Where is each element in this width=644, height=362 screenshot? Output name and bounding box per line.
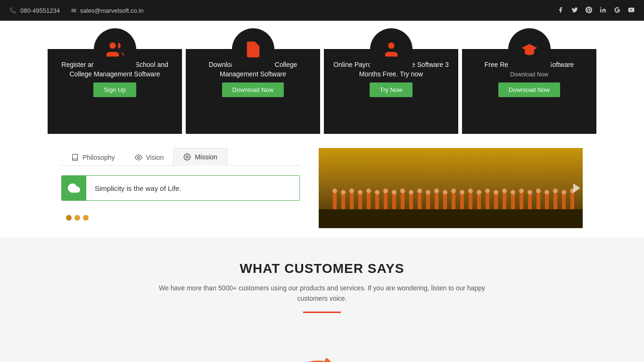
svg-rect-23 [443, 194, 447, 209]
topbar: 080-49551234 sales@marvelsoft.co.in [0, 0, 644, 21]
tab-vision-label: Vision [146, 154, 164, 161]
svg-rect-38 [570, 193, 574, 209]
card-jewellery-icon-bubble [508, 28, 551, 71]
svg-rect-28 [486, 193, 489, 209]
topbar-left: 080-49551234 sales@marvelsoft.co.in [9, 7, 143, 14]
svg-rect-19 [409, 194, 413, 209]
card-payroll: Online Payroll & attendance Software 3 M… [324, 49, 458, 134]
svg-point-55 [468, 189, 473, 193]
svg-point-66 [561, 190, 566, 195]
svg-point-50 [426, 190, 430, 195]
svg-rect-20 [418, 193, 421, 209]
svg-rect-9 [319, 209, 583, 228]
slide-dots [61, 210, 300, 221]
svg-point-49 [417, 189, 422, 193]
svg-rect-12 [350, 193, 354, 209]
svg-point-63 [536, 189, 541, 193]
dot-1[interactable] [66, 215, 72, 221]
svg-point-39 [332, 189, 337, 193]
svg-rect-15 [375, 194, 379, 209]
card-download: Download School and College Management S… [186, 49, 320, 134]
users-icon [106, 40, 124, 59]
dot-2[interactable] [74, 215, 80, 221]
right-image-panel [319, 148, 583, 228]
person-icon [382, 40, 401, 59]
googleplus-icon[interactable] [614, 7, 620, 15]
mission-icon-side [62, 176, 86, 200]
email-icon [71, 7, 76, 14]
svg-point-46 [392, 190, 396, 195]
customer-section: WHAT CUSTOMER SAYS We have more than 500… [0, 238, 644, 332]
bottom-area [0, 332, 644, 362]
twitter-icon[interactable] [571, 7, 578, 15]
svg-point-65 [553, 189, 558, 193]
customer-description: We have more than 5000+ customers using … [157, 283, 487, 304]
social-links [557, 7, 635, 15]
tabs: Philosophy Vision Mission [61, 148, 300, 166]
svg-point-61 [519, 189, 524, 193]
phone-number: 080-49551234 [20, 7, 60, 14]
bottom-decoration [275, 346, 369, 362]
svg-rect-13 [358, 194, 362, 209]
svg-point-44 [375, 190, 380, 195]
tab-mission[interactable]: Mission [173, 148, 227, 166]
tab-mission-label: Mission [195, 153, 217, 161]
svg-rect-33 [528, 194, 532, 209]
dot-3[interactable] [83, 215, 89, 221]
mission-text: Simplicity is the way of Life. [86, 178, 190, 199]
tab-vision[interactable]: Vision [125, 148, 174, 166]
youtube-icon[interactable] [628, 7, 635, 15]
svg-rect-35 [545, 194, 549, 209]
students-svg [319, 148, 583, 228]
email-address: sales@marvelsoft.co.in [80, 7, 144, 14]
tab-philosophy-label: Philosophy [83, 154, 115, 161]
svg-rect-16 [384, 193, 388, 209]
svg-point-43 [366, 189, 371, 193]
card-download-icon-bubble [232, 28, 274, 71]
linkedin-icon[interactable] [600, 7, 606, 15]
svg-point-5 [388, 42, 394, 49]
card-school: Register and Use Online School and Colle… [48, 49, 182, 134]
card-jewellery-button[interactable]: Download Now [498, 82, 560, 97]
svg-point-52 [443, 190, 447, 195]
svg-point-59 [502, 189, 507, 193]
svg-point-60 [511, 190, 515, 195]
card-download-button[interactable]: Download Now [222, 82, 284, 97]
email-info: sales@marvelsoft.co.in [71, 7, 144, 14]
phone-info: 080-49551234 [9, 7, 60, 14]
svg-point-42 [358, 190, 363, 195]
content-section: Philosophy Vision Mission [0, 134, 644, 238]
phone-icon [9, 7, 17, 14]
svg-rect-10 [333, 193, 337, 209]
svg-rect-26 [469, 193, 472, 209]
svg-point-58 [494, 190, 498, 195]
svg-rect-18 [401, 193, 405, 209]
cards-section: Register and Use Online School and Colle… [0, 21, 644, 134]
card-school-button[interactable]: Sign Up [93, 82, 136, 97]
card-payroll-button[interactable]: Try Now [370, 82, 413, 97]
tab-philosophy[interactable]: Philosophy [61, 148, 125, 166]
pinterest-icon[interactable] [586, 7, 592, 15]
svg-point-41 [349, 189, 354, 193]
card-payroll-icon-bubble [370, 28, 413, 71]
book-icon [71, 154, 79, 161]
svg-rect-25 [460, 194, 464, 209]
red-divider [303, 312, 341, 313]
eye-icon [135, 154, 142, 161]
svg-rect-21 [426, 194, 430, 209]
card-jewellery: Free Retail Jewellery Software Download … [462, 49, 596, 134]
svg-rect-37 [562, 194, 566, 209]
card-school-icon-bubble [94, 28, 136, 71]
facebook-icon[interactable] [557, 7, 564, 15]
svg-rect-11 [341, 194, 345, 209]
mission-box: Simplicity is the way of Life. [61, 175, 300, 201]
customer-heading: WHAT CUSTOMER SAYS [9, 261, 635, 276]
svg-point-62 [528, 190, 532, 195]
cloud-icon [68, 182, 80, 194]
svg-point-47 [400, 189, 405, 193]
svg-rect-31 [511, 194, 515, 209]
svg-rect-29 [494, 194, 498, 209]
svg-point-57 [485, 189, 490, 193]
svg-rect-17 [392, 194, 396, 209]
svg-point-6 [138, 156, 140, 158]
